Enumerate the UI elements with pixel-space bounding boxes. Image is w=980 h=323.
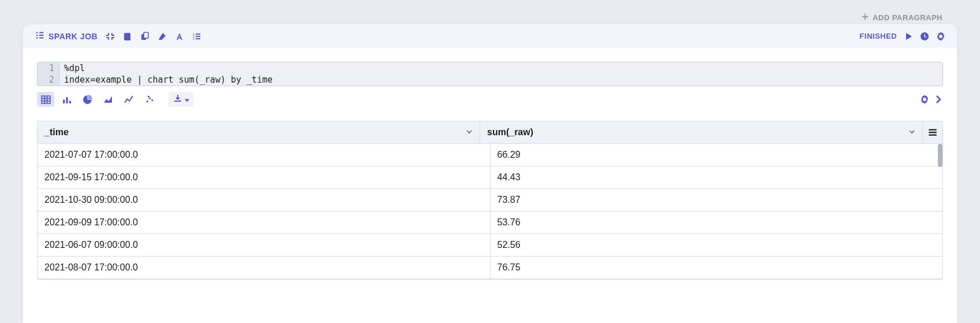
table-row: 2021-09-15 17:00:00.0 44.43 <box>38 166 942 189</box>
column-header-label: _time <box>44 127 69 138</box>
cell-sum: 44.43 <box>491 166 943 188</box>
scatter-chart-button[interactable] <box>141 92 158 107</box>
column-header-time[interactable]: _time <box>38 121 480 143</box>
cell-time: 2021-09-15 17:00:00.0 <box>38 166 491 188</box>
chevron-right-icon[interactable] <box>934 95 943 104</box>
font-icon[interactable] <box>175 32 184 41</box>
play-icon[interactable] <box>904 32 913 41</box>
column-header-label: sum(_raw) <box>487 127 533 138</box>
notebook-cell: SPARK JOB 123 FINISHED <box>23 24 957 323</box>
table-row: 2021-08-07 17:00:00.0 76.75 <box>38 257 942 279</box>
cell-sum: 52.56 <box>491 234 943 256</box>
chevron-down-icon[interactable] <box>908 127 915 138</box>
collapse-icon[interactable] <box>106 32 115 41</box>
line-number: 2 <box>38 74 59 86</box>
cell-header: SPARK JOB 123 FINISHED <box>23 24 957 48</box>
area-chart-button[interactable] <box>99 92 117 107</box>
code-line: %dpl <box>59 62 85 74</box>
cell-time: 2021-09-09 17:00:00.0 <box>38 211 491 233</box>
plus-icon <box>861 13 869 23</box>
download-icon <box>173 94 182 105</box>
cell-header-left: SPARK JOB 123 <box>35 30 201 42</box>
svg-text:3: 3 <box>193 36 194 40</box>
svg-point-26 <box>148 97 150 99</box>
pie-chart-button[interactable] <box>78 92 96 107</box>
table-body: 2021-07-07 17:00:00.0 66.29 2021-09-15 1… <box>38 144 942 279</box>
code-line: index=example | chart sum(_raw) by _time <box>59 74 272 86</box>
svg-rect-23 <box>66 97 68 103</box>
svg-rect-24 <box>69 101 70 103</box>
chevron-down-icon[interactable] <box>466 127 473 138</box>
cell-sum: 76.75 <box>491 257 943 279</box>
table-view-button[interactable] <box>37 92 54 107</box>
viz-settings-icon[interactable] <box>920 95 929 104</box>
clock-icon[interactable] <box>920 32 929 41</box>
table-row: 2021-09-09 17:00:00.0 53.76 <box>38 211 942 234</box>
table-row: 2021-07-07 17:00:00.0 66.29 <box>38 144 942 166</box>
add-paragraph-label: ADD PARAGRAPH <box>873 13 942 22</box>
table-row: 2021-10-30 09:00:00.0 73.87 <box>38 189 942 211</box>
spark-job-button[interactable]: SPARK JOB <box>35 30 98 42</box>
svg-point-25 <box>146 101 148 102</box>
svg-rect-9 <box>144 32 148 38</box>
table-head: _time sum(_raw) <box>38 121 942 144</box>
scrollbar-thumb[interactable] <box>938 144 942 167</box>
cell-sum: 66.29 <box>491 144 943 166</box>
svg-point-28 <box>147 95 149 97</box>
cell-time: 2021-07-07 17:00:00.0 <box>38 144 491 166</box>
cell-time: 2021-10-30 09:00:00.0 <box>38 189 491 211</box>
gear-icon[interactable] <box>936 32 945 41</box>
eraser-icon[interactable] <box>158 32 167 41</box>
cell-time: 2021-06-07 09:00:00.0 <box>38 234 491 256</box>
results-table: _time sum(_raw) 2021-07-07 17:00:00.0 66… <box>37 121 943 280</box>
svg-point-27 <box>151 99 153 101</box>
cell-time: 2021-08-07 17:00:00.0 <box>38 257 491 279</box>
code-editor[interactable]: 1 %dpl 2 index=example | chart sum(_raw)… <box>37 62 943 86</box>
copy-icon[interactable] <box>140 32 149 41</box>
book-icon[interactable] <box>123 32 132 41</box>
table-menu-button[interactable] <box>923 121 942 143</box>
numbered-list-icon[interactable]: 123 <box>192 32 201 41</box>
line-number: 1 <box>38 62 59 74</box>
spark-job-icon <box>35 30 45 42</box>
svg-rect-22 <box>63 99 65 103</box>
add-paragraph-button[interactable]: ADD PARAGRAPH <box>861 13 942 23</box>
table-row: 2021-06-07 09:00:00.0 52.56 <box>38 234 942 257</box>
column-header-sum[interactable]: sum(_raw) <box>480 121 923 143</box>
visualization-toolbar <box>23 92 957 113</box>
cell-header-right: FINISHED <box>859 32 945 41</box>
cell-sum: 73.87 <box>491 189 943 211</box>
caret-down-icon <box>185 94 189 105</box>
download-button[interactable] <box>169 92 194 107</box>
spark-job-label: SPARK JOB <box>48 32 98 41</box>
bar-chart-button[interactable] <box>58 92 75 107</box>
cell-status: FINISHED <box>859 32 897 40</box>
cell-sum: 53.76 <box>491 211 943 233</box>
line-chart-button[interactable] <box>120 92 137 107</box>
svg-rect-17 <box>42 96 50 103</box>
